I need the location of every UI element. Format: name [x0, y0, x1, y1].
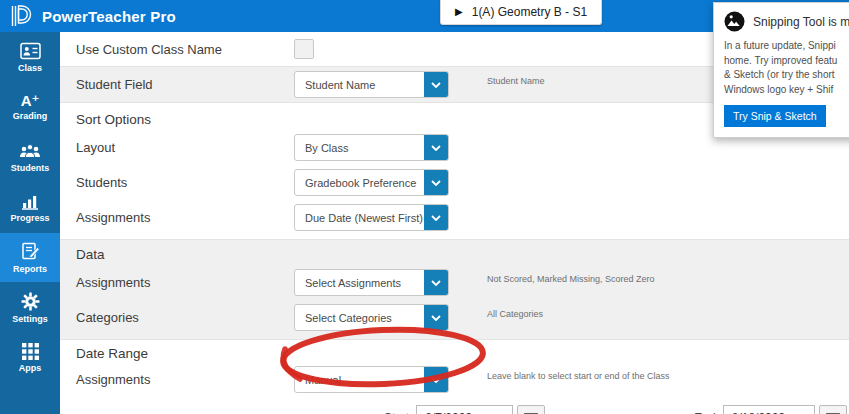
custom-class-name-label: Use Custom Class Name: [60, 42, 294, 57]
assignments-sort-row: Assignments Due Date (Newest First): [60, 200, 849, 235]
class-selector-label: 1(A) Geometry B - S1: [472, 5, 587, 19]
data-assignments-label: Assignments: [60, 275, 294, 290]
sidebar-item-apps[interactable]: Apps: [0, 333, 60, 382]
categories-value: Select Categories: [295, 305, 424, 330]
notification-title: Snipping Tool is mo: [753, 15, 849, 29]
layout-value: By Class: [295, 135, 424, 160]
date-range-assignments-select[interactable]: Manual: [294, 366, 449, 393]
data-assignments-value: Select Assignments: [295, 270, 424, 295]
custom-class-name-checkbox[interactable]: [294, 39, 314, 59]
snipping-tool-icon: [724, 11, 745, 32]
class-selector-button[interactable]: ▶ 1(A) Geometry B - S1: [440, 0, 602, 25]
student-field-value: Student Name: [295, 72, 424, 97]
end-date-input[interactable]: [723, 405, 815, 414]
notification-body-line: In a future update, Snippi: [724, 39, 849, 54]
sidebar-item-reports[interactable]: Reports: [0, 233, 60, 282]
powerschool-logo-icon: [9, 4, 33, 28]
data-assignments-row: Assignments Select Assignments Not Score…: [60, 265, 849, 300]
sidebar-item-label: Class: [18, 63, 42, 73]
categories-row: Categories Select Categories All Categor…: [60, 300, 849, 335]
sidebar-item-settings[interactable]: Settings: [0, 283, 60, 332]
students-sort-value: Gradebook Preference: [295, 170, 424, 195]
start-calendar-button[interactable]: [517, 405, 545, 414]
start-date-input[interactable]: [416, 405, 513, 414]
chevron-down-icon: [424, 270, 448, 295]
date-range-assignments-row: Assignments Manual Leave blank to select…: [60, 362, 849, 397]
sidebar-item-label: Progress: [10, 213, 49, 223]
play-icon: ▶: [455, 7, 463, 17]
gear-icon: [21, 292, 40, 311]
sidebar-item-label: Apps: [19, 363, 42, 373]
sidebar-item-grading[interactable]: A⁺ Grading: [0, 83, 60, 132]
categories-select[interactable]: Select Categories: [294, 304, 449, 331]
sidebar-item-label: Grading: [13, 111, 48, 121]
chevron-down-icon: [424, 170, 448, 195]
data-title: Data: [60, 240, 849, 265]
data-assignments-helper: Not Scored, Marked Missing, Scored Zero: [487, 274, 655, 284]
start-end-dates-row: Start End: [60, 399, 849, 414]
assignments-sort-label: Assignments: [60, 210, 294, 225]
sidebar: Class A⁺ Grading Students Progress: [0, 32, 60, 414]
app-title: PowerTeacher Pro: [42, 8, 176, 25]
sidebar-item-label: Students: [11, 163, 50, 173]
chevron-down-icon: [424, 72, 448, 97]
date-range-title: Date Range: [60, 340, 849, 362]
date-range-assignments-label: Assignments: [60, 372, 294, 387]
chevron-down-icon: [424, 135, 448, 160]
students-sort-label: Students: [60, 175, 294, 190]
chevron-down-icon: [424, 367, 448, 392]
students-icon: [18, 143, 42, 160]
reports-icon: [21, 242, 40, 261]
notification-body-line: home. Try improved featu: [724, 54, 849, 69]
class-icon: [20, 42, 41, 60]
grading-icon: A⁺: [21, 94, 40, 108]
notification-body-line: & Sketch (or try the short: [724, 68, 849, 83]
assignments-sort-select[interactable]: Due Date (Newest First): [294, 204, 449, 231]
data-section: Data Assignments Select Assignments Not …: [60, 239, 849, 340]
student-field-helper: Student Name: [487, 76, 545, 86]
assignments-sort-value: Due Date (Newest First): [295, 205, 424, 230]
layout-label: Layout: [60, 140, 294, 155]
notification-body: In a future update, Snippi home. Try imp…: [724, 39, 849, 97]
students-sort-select[interactable]: Gradebook Preference: [294, 169, 449, 196]
snipping-tool-notification: Snipping Tool is mo In a future update, …: [713, 2, 849, 138]
end-calendar-button[interactable]: [819, 405, 847, 414]
sidebar-item-class[interactable]: Class: [0, 33, 60, 82]
student-field-label: Student Field: [60, 77, 294, 92]
sidebar-item-students[interactable]: Students: [0, 133, 60, 182]
students-sort-row: Students Gradebook Preference: [60, 165, 849, 200]
layout-select[interactable]: By Class: [294, 134, 449, 161]
sidebar-item-progress[interactable]: Progress: [0, 183, 60, 232]
sidebar-item-label: Reports: [13, 264, 47, 274]
categories-helper: All Categories: [487, 309, 543, 319]
data-assignments-select[interactable]: Select Assignments: [294, 269, 449, 296]
apps-grid-icon: [22, 343, 39, 360]
chevron-down-icon: [424, 305, 448, 330]
date-range-assignments-helper: Leave blank to select start or end of th…: [487, 371, 670, 381]
progress-icon: [21, 193, 39, 210]
student-field-select[interactable]: Student Name: [294, 71, 449, 98]
sidebar-item-label: Settings: [12, 314, 48, 324]
date-range-section: Date Range Assignments Manual Leave blan…: [60, 340, 849, 414]
notification-body-line: Windows logo key + Shif: [724, 83, 849, 98]
categories-label: Categories: [60, 310, 294, 325]
chevron-down-icon: [424, 205, 448, 230]
try-snip-sketch-button[interactable]: Try Snip & Sketch: [724, 105, 826, 127]
date-range-assignments-value: Manual: [295, 367, 424, 392]
